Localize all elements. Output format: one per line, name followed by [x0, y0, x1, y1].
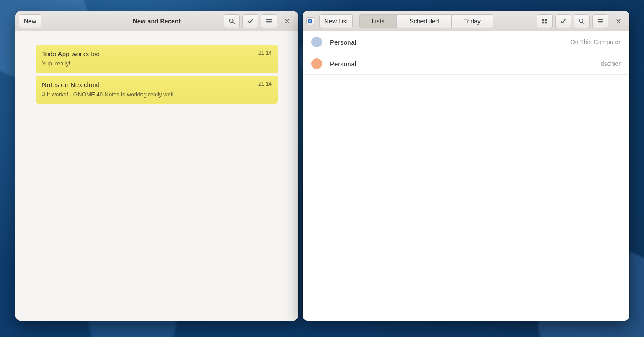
search-button[interactable] — [224, 14, 240, 28]
close-icon — [616, 19, 621, 24]
todo-app-icon: ✓ — [306, 17, 314, 25]
list-name: Personal — [330, 60, 356, 68]
hamburger-menu-button[interactable] — [261, 14, 277, 28]
svg-rect-3 — [545, 19, 547, 20]
search-icon — [229, 18, 235, 24]
search-icon — [579, 18, 585, 24]
todo-headerbar: ✓ New List Lists Scheduled Today — [303, 11, 629, 31]
note-title: Todo App works too — [42, 50, 272, 57]
new-note-button[interactable]: New — [19, 14, 41, 28]
list-item[interactable]: Personal dschier — [303, 53, 629, 75]
tab-lists[interactable]: Lists — [360, 15, 398, 28]
note-timestamp: 21:14 — [258, 81, 272, 87]
check-icon — [560, 18, 566, 24]
close-window-button[interactable] — [611, 14, 626, 28]
search-button[interactable] — [574, 14, 590, 28]
list-color-icon — [311, 58, 322, 69]
selection-mode-button[interactable] — [242, 14, 258, 28]
note-item[interactable]: 21:14 Todo App works too Yup, really! — [36, 45, 278, 73]
tab-scheduled[interactable]: Scheduled — [397, 15, 451, 28]
close-icon — [284, 19, 290, 24]
svg-rect-4 — [542, 21, 544, 23]
hamburger-menu-button[interactable] — [592, 14, 608, 28]
note-title: Notes on Nextcloud — [42, 81, 272, 88]
notes-window: New New and Recent 21:14 Todo App w — [15, 11, 298, 321]
grid-icon — [542, 18, 548, 24]
hamburger-icon — [266, 18, 272, 24]
todo-window: ✓ New List Lists Scheduled Today — [303, 11, 629, 321]
note-timestamp: 21:14 — [258, 50, 272, 56]
new-list-button[interactable]: New List — [319, 14, 353, 28]
list-location: On This Computer — [570, 38, 621, 46]
note-preview: # It works! - GNOME 40 Notes is working … — [42, 91, 272, 98]
svg-rect-2 — [542, 19, 544, 20]
notes-headerbar: New New and Recent — [15, 11, 298, 31]
svg-line-1 — [233, 22, 234, 23]
list-item[interactable]: Personal On This Computer — [303, 31, 629, 53]
svg-line-7 — [583, 22, 584, 23]
task-lists: Personal On This Computer Personal dschi… — [303, 31, 629, 321]
check-icon — [247, 18, 254, 24]
list-color-icon — [311, 37, 322, 47]
view-switcher: Lists Scheduled Today — [359, 14, 493, 28]
hamburger-icon — [597, 18, 603, 24]
tab-today[interactable]: Today — [452, 15, 493, 28]
grid-view-button[interactable] — [537, 14, 553, 28]
list-name: Personal — [330, 38, 356, 46]
notes-list: 21:14 Todo App works too Yup, really! 21… — [15, 31, 298, 321]
svg-rect-5 — [545, 21, 547, 23]
close-window-button[interactable] — [280, 14, 295, 28]
note-preview: Yup, really! — [42, 60, 272, 67]
list-location: dschier — [601, 60, 621, 67]
selection-mode-button[interactable] — [555, 14, 571, 28]
note-item[interactable]: 21:14 Notes on Nextcloud # It works! - G… — [36, 76, 278, 104]
